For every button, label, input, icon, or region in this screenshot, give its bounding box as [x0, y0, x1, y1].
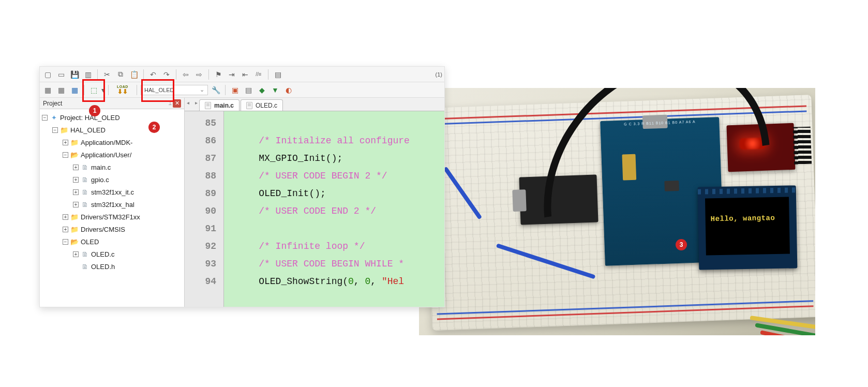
- toolbar-row-1: ▢ ▭ 💾 ▥ ✂ ⧉ 📋 ↶ ↷ ⇦ ⇨ ⚑ ⇥ ⇤ //≡ ▤ (1): [40, 67, 444, 82]
- tree-folder[interactable]: +📁 Drivers/STM32F1xx: [40, 211, 184, 223]
- tab-label: OLED.c: [256, 102, 277, 109]
- toolbar-row-2: ▦ ▦ ▦ ⬚ ▾ LOAD ⬇⬇ HAL_OLED ⌄ 🔧 ▣ ▤ ◆ ▼ ◐: [40, 82, 444, 98]
- tree-root-label: Project: HAL_OLED: [60, 114, 120, 122]
- annotation-badge-3: 3: [676, 239, 687, 250]
- debug-icon[interactable]: ◐: [283, 84, 294, 96]
- paste-icon[interactable]: 📋: [128, 69, 140, 80]
- tab-label: main.c: [214, 102, 234, 109]
- tree-file[interactable]: +🗎 gpio.c: [40, 173, 184, 186]
- cut-icon[interactable]: ✂: [101, 69, 113, 80]
- tree-target-label: HAL_OLED: [70, 126, 106, 134]
- pack-installer-icon[interactable]: ◆: [256, 84, 267, 96]
- tree-folder-label: Application/MDK-: [81, 139, 132, 146]
- tree-file[interactable]: +🗎 stm32f1xx_it.c: [40, 186, 184, 198]
- project-panel-header: Project ⟂ ✕: [40, 98, 185, 109]
- annotation-badge-2: 2: [148, 122, 160, 133]
- download-button[interactable]: LOAD ⬇⬇: [112, 84, 133, 96]
- tab-oled-c[interactable]: OLED.c: [241, 99, 283, 111]
- tree-file-label: stm32f1xx_hal: [91, 201, 134, 209]
- tree-folder[interactable]: −📂 OLED: [40, 235, 184, 248]
- editor-tabbar: main.c OLED.c: [185, 98, 444, 111]
- comment-icon[interactable]: //≡: [253, 69, 264, 80]
- save-all-icon[interactable]: ▥: [82, 69, 94, 80]
- save-icon[interactable]: 💾: [69, 69, 80, 80]
- build-icon[interactable]: ▦: [55, 84, 67, 96]
- tree-root[interactable]: −✦ Project: HAL_OLED: [40, 111, 184, 124]
- tree-file-label: OLED.h: [91, 263, 115, 271]
- target-selector[interactable]: HAL_OLED ⌄: [141, 85, 208, 95]
- tree-file-label: stm32f1xx_it.c: [91, 188, 134, 196]
- header-pins: [793, 127, 812, 165]
- ide-window: ▢ ▭ 💾 ▥ ✂ ⧉ 📋 ↶ ↷ ⇦ ⇨ ⚑ ⇥ ⇤ //≡ ▤ (1) ▦ …: [39, 66, 445, 307]
- books-icon[interactable]: ▤: [243, 84, 254, 96]
- project-panel-title: Project: [43, 100, 62, 107]
- tree-folder-label: Drivers/STM32F1xx: [81, 213, 140, 221]
- tree-file[interactable]: 🗎 OLED.h: [40, 260, 184, 273]
- target-options-icon[interactable]: 🔧: [210, 84, 221, 96]
- find-icon[interactable]: ▤: [272, 69, 283, 80]
- open-icon[interactable]: ▭: [55, 69, 67, 80]
- close-panel-button[interactable]: ✕: [173, 99, 181, 108]
- code-content: /* Initialize all configure MX_GPIO_Init…: [224, 111, 410, 307]
- copy-icon[interactable]: ⧉: [115, 69, 126, 80]
- bookmark-icon[interactable]: ⚑: [213, 69, 224, 80]
- tree-folder-label: Drivers/CMSIS: [81, 226, 125, 233]
- manage-rte-icon[interactable]: ▣: [229, 84, 241, 96]
- tab-main-c[interactable]: main.c: [199, 99, 240, 111]
- line-number-gutter: 85868788899091929394: [185, 111, 224, 307]
- redo-icon[interactable]: ↷: [161, 69, 172, 80]
- project-tree[interactable]: −✦ Project: HAL_OLED −📁 HAL_OLED +📁 Appl…: [40, 109, 185, 307]
- hardware-photo: G C 3.3 R B11 B10 B1 B0 A7 A6 A Hello, w…: [419, 88, 815, 335]
- tree-file-label: main.c: [91, 163, 111, 171]
- config-icon[interactable]: ▼: [270, 84, 281, 96]
- code-editor[interactable]: 85868788899091929394 /* Initialize all c…: [185, 111, 444, 307]
- tree-file[interactable]: +🗎 main.c: [40, 161, 184, 173]
- pin-icon[interactable]: ⟂: [169, 100, 172, 106]
- tree-file-label: gpio.c: [91, 176, 109, 184]
- file-icon: [246, 102, 252, 109]
- translate-icon[interactable]: ▦: [42, 84, 53, 96]
- nav-fwd-icon[interactable]: ⇨: [193, 69, 205, 80]
- tree-file[interactable]: +🗎 stm32f1xx_hal: [40, 198, 184, 211]
- status-count: (1): [436, 71, 442, 78]
- nav-back-icon[interactable]: ⇦: [180, 69, 191, 80]
- outdent-icon[interactable]: ⇤: [240, 69, 251, 80]
- annotation-badge-1: 1: [89, 105, 100, 116]
- rebuild-icon[interactable]: ▦: [69, 84, 80, 96]
- batch-build-icon[interactable]: ⬚: [88, 84, 99, 96]
- tree-file-label: OLED.c: [91, 250, 115, 258]
- indent-icon[interactable]: ⇥: [226, 69, 237, 80]
- tree-folder-label: OLED: [81, 238, 99, 246]
- tree-folder[interactable]: +📁 Application/MDK-: [40, 136, 184, 148]
- tree-target[interactable]: −📁 HAL_OLED: [40, 124, 184, 136]
- undo-icon[interactable]: ↶: [147, 69, 159, 80]
- tree-folder[interactable]: +📁 Drivers/CMSIS: [40, 223, 184, 235]
- new-icon[interactable]: ▢: [42, 69, 53, 80]
- target-name: HAL_OLED: [144, 87, 174, 93]
- tree-file[interactable]: +🗎 OLED.c: [40, 248, 184, 260]
- file-icon: [205, 102, 211, 109]
- dropdown-caret-icon[interactable]: ▾: [101, 84, 104, 96]
- load-icon: LOAD ⬇⬇: [117, 85, 128, 95]
- tree-folder-label: Application/User/: [81, 151, 131, 159]
- tree-folder[interactable]: −📂 Application/User/: [40, 148, 184, 161]
